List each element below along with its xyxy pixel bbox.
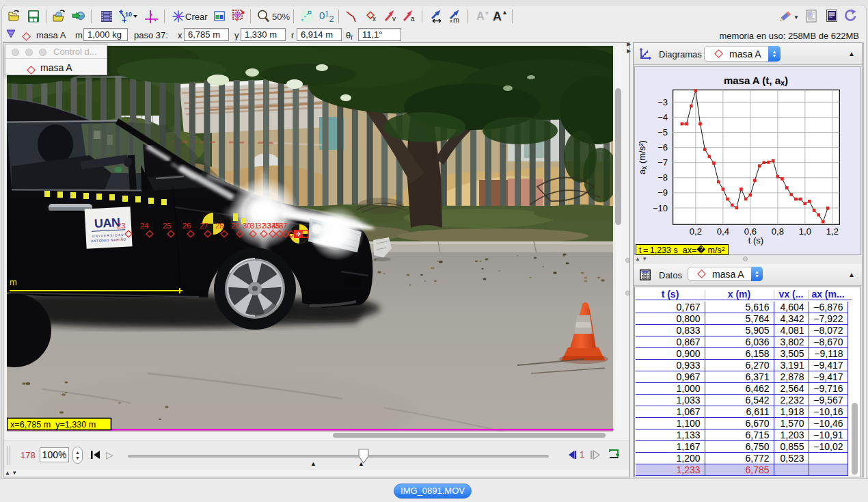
svg-text:25: 25 <box>163 222 172 230</box>
svg-text:−6: −6 <box>657 142 668 153</box>
svg-text:m: m <box>10 277 17 287</box>
svg-text:23: 23 <box>117 222 126 230</box>
svg-text:−8: −8 <box>657 172 668 183</box>
svg-text:masa A (t, ax): masa A (t, ax) <box>724 75 788 87</box>
svg-text:1,2: 1,2 <box>826 226 839 237</box>
svg-text:37: 37 <box>279 222 288 230</box>
svg-text:t (s): t (s) <box>748 235 763 246</box>
svg-text:ax (m/s²): ax (m/s²) <box>637 140 648 174</box>
svg-text:29: 29 <box>231 222 240 230</box>
svg-text:v: v <box>392 15 396 23</box>
svg-text:26: 26 <box>182 222 191 230</box>
svg-text:m: m <box>453 16 459 23</box>
svg-text:x=6,785 m y=1,330 m: x=6,785 m y=1,330 m <box>10 420 96 430</box>
svg-text:−9: −9 <box>657 187 668 198</box>
svg-text:0,2: 0,2 <box>690 226 702 237</box>
svg-text:27: 27 <box>200 222 208 230</box>
svg-text:x: x <box>372 15 376 23</box>
svg-text:−5: −5 <box>657 127 668 137</box>
svg-text:1,0: 1,0 <box>799 226 811 237</box>
svg-text:−7: −7 <box>657 157 668 168</box>
svg-text:−3: −3 <box>657 97 668 107</box>
svg-text:0,8: 0,8 <box>772 226 784 237</box>
svg-text:−10: −10 <box>653 203 668 213</box>
svg-text:0,4: 0,4 <box>717 226 729 237</box>
svg-text:10: 10 <box>125 11 132 18</box>
svg-text:24: 24 <box>140 222 149 230</box>
svg-text:x: x <box>450 18 452 23</box>
svg-text:28: 28 <box>215 222 224 230</box>
svg-text:−4: −4 <box>657 112 668 122</box>
svg-text:a: a <box>411 15 415 23</box>
